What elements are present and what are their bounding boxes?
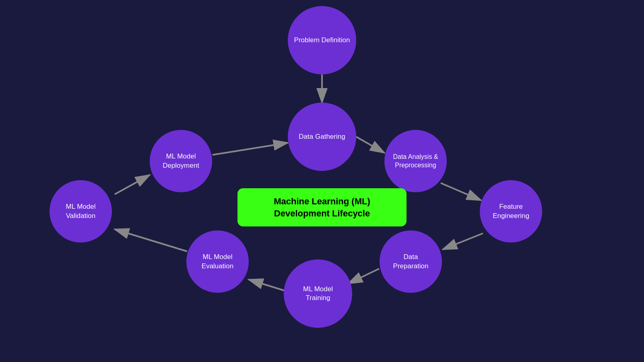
node-ml-model-deployment-label: ML ModelDeployment	[163, 152, 199, 170]
node-data-preparation: DataPreparation	[380, 230, 442, 293]
node-feature-engineering: FeatureEngineering	[480, 180, 542, 243]
node-data-preparation-label: DataPreparation	[393, 253, 429, 270]
svg-line-9	[213, 143, 288, 155]
node-feature-engineering-label: FeatureEngineering	[493, 202, 529, 220]
center-label: Machine Learning (ML)Development Lifecyc…	[237, 188, 407, 226]
svg-line-6	[249, 280, 288, 292]
node-data-gathering-label: Data Gathering	[299, 132, 345, 141]
node-ml-model-evaluation: ML ModelEvaluation	[186, 230, 249, 293]
svg-line-7	[115, 229, 187, 251]
node-ml-model-deployment: ML ModelDeployment	[150, 130, 212, 192]
svg-line-5	[348, 269, 379, 284]
node-problem-definition-label: Problem Definition	[294, 36, 350, 45]
svg-line-4	[443, 233, 483, 249]
node-ml-model-validation-label: ML ModelValidation	[66, 202, 95, 220]
svg-line-2	[356, 137, 384, 153]
node-data-analysis: Data Analysis &Preprocessing	[384, 130, 447, 192]
svg-line-8	[115, 175, 150, 194]
node-ml-model-training-label: ML ModelTraining	[303, 285, 333, 302]
node-problem-definition: Problem Definition	[288, 6, 356, 74]
node-ml-model-validation: ML ModelValidation	[50, 180, 112, 243]
diagram-container: Problem Definition Data Gathering Data A…	[0, 0, 644, 362]
node-ml-model-evaluation-label: ML ModelEvaluation	[202, 253, 233, 270]
svg-line-3	[441, 183, 481, 200]
center-label-text: Machine Learning (ML)Development Lifecyc…	[274, 196, 370, 218]
node-data-gathering: Data Gathering	[288, 103, 356, 171]
node-data-analysis-label: Data Analysis &Preprocessing	[393, 153, 438, 170]
node-ml-model-training: ML ModelTraining	[284, 259, 352, 328]
